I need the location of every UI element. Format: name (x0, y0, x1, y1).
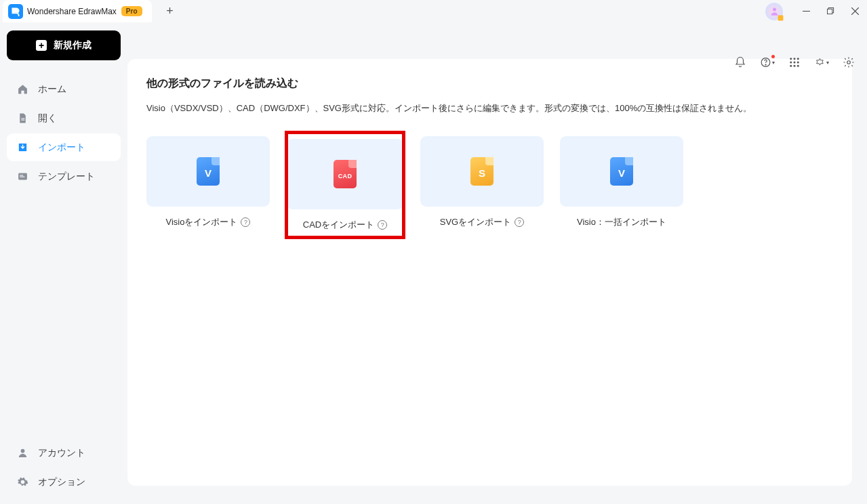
svg-point-12 (790, 58, 792, 60)
plus-icon: + (36, 40, 47, 51)
card-label: Visio：一括インポート (577, 216, 666, 228)
app-title: Wondershare EdrawMax (27, 7, 117, 16)
visio-file-icon: V (610, 157, 633, 186)
sidebar-item-label: アカウント (38, 447, 85, 459)
svg-rect-1 (803, 11, 810, 12)
import-card-visio-batch: V Visio：一括インポート (560, 132, 683, 238)
card-label: CADをインポート ? (303, 219, 387, 231)
card-label: SVGをインポート ? (440, 216, 524, 228)
new-file-label: 新規作成 (54, 39, 92, 51)
sidebar-item-options[interactable]: オプション (7, 468, 121, 496)
visio-batch-card[interactable]: V (560, 136, 683, 207)
sidebar-item-account[interactable]: アカウント (7, 439, 121, 467)
svg-rect-7 (20, 175, 23, 175)
svg-point-13 (794, 58, 796, 60)
user-avatar[interactable] (765, 3, 783, 20)
svg-point-15 (790, 62, 792, 64)
svg-point-16 (794, 62, 796, 64)
svg-point-19 (794, 65, 796, 67)
theme-icon[interactable]: ▾ (814, 55, 829, 70)
sidebar: + 新規作成 ホーム 開く インポート テンプレート (0, 22, 127, 504)
panel-title: 他の形式のファイルを読み込む (146, 77, 833, 91)
visio-file-icon: V (197, 157, 220, 186)
sidebar-item-home[interactable]: ホーム (7, 75, 121, 103)
window-controls (765, 0, 867, 22)
settings-icon (16, 476, 28, 488)
help-icon[interactable]: ? (515, 217, 524, 227)
svg-point-9 (20, 449, 24, 453)
sidebar-item-label: オプション (38, 476, 85, 488)
help-icon[interactable]: ▾ (760, 55, 775, 70)
svg-point-18 (790, 65, 792, 67)
sidebar-item-label: ホーム (38, 83, 66, 96)
new-file-button[interactable]: + 新規作成 (7, 30, 121, 60)
settings-icon[interactable] (841, 55, 856, 70)
apps-icon[interactable] (787, 55, 802, 70)
file-icon (16, 112, 28, 125)
import-icon (16, 142, 28, 154)
import-card-visio: V Visioをインポート ? (146, 132, 270, 238)
cad-card[interactable]: CAD (286, 139, 404, 209)
home-icon (16, 83, 28, 96)
import-panel: 他の形式のファイルを読み込む Visio（VSDX/VSD）、CAD（DWG/D… (127, 59, 852, 486)
titlebar: Wondershare EdrawMax Pro + (0, 0, 867, 22)
sidebar-item-open[interactable]: 開く (7, 104, 121, 132)
svg-rect-8 (20, 177, 24, 177)
close-button[interactable] (843, 0, 867, 22)
svg-point-11 (765, 64, 766, 65)
import-cards: V Visioをインポート ? CAD CADをインポート ? (146, 132, 833, 238)
sidebar-item-label: 開く (38, 112, 57, 125)
svg-point-0 (773, 8, 776, 12)
minimize-button[interactable] (794, 0, 818, 22)
main-area: ▾ ▾ 他の形式のファイルを読み込む Visio（VSDX/VSD）、CAD（D… (127, 22, 867, 504)
app-logo-icon (8, 4, 23, 19)
new-tab-button[interactable]: + (160, 0, 180, 22)
svg-point-14 (797, 58, 799, 60)
panel-description: Visio（VSDX/VSD）、CAD（DWG/DXF）、SVG形式に対応。イン… (146, 102, 833, 116)
help-icon[interactable]: ? (378, 220, 387, 230)
sidebar-item-template[interactable]: テンプレート (7, 163, 121, 190)
svg-point-21 (847, 61, 851, 64)
card-label: Visioをインポート ? (166, 216, 251, 228)
sidebar-item-label: テンプレート (38, 171, 95, 183)
svg-rect-4 (21, 119, 24, 119)
visio-card[interactable]: V (146, 136, 270, 207)
pro-badge: Pro (121, 6, 142, 16)
svg-point-20 (797, 65, 799, 67)
notification-icon[interactable] (733, 55, 748, 70)
account-icon (16, 447, 28, 459)
help-icon[interactable]: ? (241, 217, 250, 227)
cad-file-icon: CAD (334, 160, 357, 188)
top-toolbar: ▾ ▾ (733, 55, 856, 70)
app-tab[interactable]: Wondershare EdrawMax Pro (3, 0, 152, 22)
svg-file-icon: S (470, 157, 493, 186)
import-card-cad: CAD CADをインポート ? (286, 132, 404, 238)
sidebar-item-label: インポート (38, 142, 85, 154)
svg-card[interactable]: S (420, 136, 544, 207)
sidebar-item-import[interactable]: インポート (7, 133, 121, 161)
template-icon (16, 171, 28, 183)
svg-rect-5 (21, 120, 24, 121)
svg-rect-3 (827, 9, 832, 14)
import-card-svg: S SVGをインポート ? (420, 132, 544, 238)
maximize-button[interactable] (818, 0, 843, 22)
svg-point-17 (797, 62, 799, 64)
